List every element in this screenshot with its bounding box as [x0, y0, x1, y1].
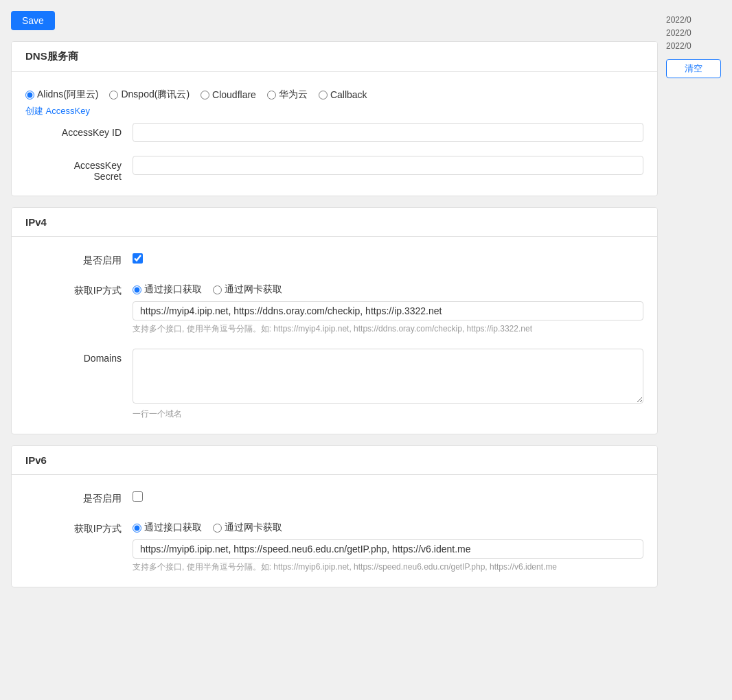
ipv4-nic-option[interactable]: 通过网卡获取: [213, 283, 282, 296]
create-accesskey-link[interactable]: 创建 AccessKey: [25, 105, 90, 117]
dns-section-title: DNS服务商: [12, 42, 657, 72]
ipv6-url-input[interactable]: [133, 539, 643, 559]
ipv6-nic-option[interactable]: 通过网卡获取: [213, 522, 282, 534]
ipv6-get-ip-label: 获取IP方式: [25, 519, 122, 535]
ipv4-card: IPv4 是否启用 获取IP方式: [11, 207, 658, 434]
accesskey-id-input[interactable]: [133, 123, 643, 142]
ipv6-enable-label: 是否启用: [25, 489, 122, 505]
dns-option-alidns[interactable]: Alidns(阿里云): [25, 89, 98, 101]
log-entry-1: 2022/0: [666, 14, 721, 27]
ipv6-get-ip-row: 获取IP方式 通过接口获取 通过网卡获取: [25, 519, 643, 573]
ipv4-url-hint: 支持多个接口, 使用半角逗号分隔。如: https://myip4.ipip.n…: [133, 323, 643, 335]
dns-card: DNS服务商 Alidns(阿里云) Dnspod(腾讯云): [11, 41, 658, 196]
dns-option-cloudflare[interactable]: Cloudflare: [201, 89, 256, 100]
ipv6-card: IPv6 是否启用 获取IP方式: [11, 445, 658, 587]
ipv4-enable-row: 是否启用: [25, 250, 643, 267]
ipv4-domains-textarea[interactable]: [133, 349, 643, 404]
accesskey-secret-input[interactable]: [133, 156, 643, 175]
dns-option-huawei[interactable]: 华为云: [267, 89, 308, 101]
log-entry-2: 2022/0: [666, 27, 721, 40]
ipv4-get-ip-row: 获取IP方式 通过接口获取 通过网卡获取: [25, 281, 643, 335]
ipv4-get-ip-label: 获取IP方式: [25, 281, 122, 297]
log-entry-3: 2022/0: [666, 40, 721, 53]
ipv6-interface-option[interactable]: 通过接口获取: [133, 522, 202, 534]
ipv4-section-title: IPv4: [12, 208, 657, 237]
ipv4-enable-checkbox[interactable]: [133, 253, 143, 264]
ipv4-domains-hint: 一行一个域名: [133, 408, 643, 420]
accesskey-id-label: AccessKey ID: [25, 123, 122, 138]
accesskey-secret-row: AccessKey Secret: [25, 156, 643, 182]
ipv4-interface-option[interactable]: 通过接口获取: [133, 283, 202, 296]
ipv4-domains-row: Domains 一行一个域名: [25, 349, 643, 420]
ipv4-enable-label: 是否启用: [25, 250, 122, 267]
ipv6-enable-checkbox[interactable]: [133, 491, 143, 502]
sidebar-logs: 2022/0 2022/0 2022/0: [666, 14, 721, 54]
sidebar: 2022/0 2022/0 2022/0 清空: [666, 11, 721, 587]
dns-option-dnspod[interactable]: Dnspod(腾讯云): [109, 89, 190, 101]
ipv4-domains-label: Domains: [25, 349, 122, 364]
ipv4-url-input[interactable]: [133, 301, 643, 320]
dns-provider-group: Alidns(阿里云) Dnspod(腾讯云) Cloudflare: [25, 86, 643, 101]
save-button[interactable]: Save: [11, 11, 55, 30]
accesskey-secret-label: AccessKey Secret: [25, 156, 122, 182]
ipv6-section-title: IPv6: [12, 446, 657, 475]
ipv6-url-hint: 支持多个接口, 使用半角逗号分隔。如: https://myip6.ipip.n…: [133, 561, 643, 573]
dns-option-callback[interactable]: Callback: [319, 89, 367, 100]
ipv6-enable-row: 是否启用: [25, 489, 643, 505]
accesskey-id-row: AccessKey ID: [25, 123, 643, 142]
clear-button[interactable]: 清空: [666, 59, 721, 78]
